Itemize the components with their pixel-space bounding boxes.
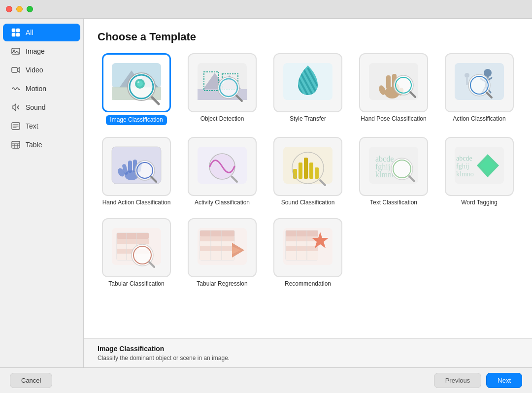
svg-rect-0	[12, 29, 15, 32]
card-icon-tabular-regression	[188, 218, 257, 277]
card-icon-activity-classification	[188, 137, 257, 196]
template-label-text-classification: Text Classification	[370, 199, 417, 207]
sidebar-item-video[interactable]: Video	[3, 61, 80, 79]
svg-rect-81	[299, 163, 302, 179]
card-icon-text-classification: abcde fghij klmno	[359, 137, 428, 196]
image-icon	[11, 46, 21, 56]
sidebar-sound-label: Sound	[26, 103, 45, 111]
template-label-object-detection: Object Detection	[200, 115, 244, 123]
svg-rect-47	[386, 75, 391, 89]
svg-rect-125	[286, 241, 318, 246]
svg-rect-114	[200, 241, 234, 246]
sidebar-all-label: All	[26, 29, 33, 36]
svg-rect-123	[286, 230, 318, 236]
previous-button[interactable]: Previous	[434, 373, 482, 388]
info-title: Image Classification	[98, 345, 518, 353]
card-icon-recommendation	[273, 218, 342, 277]
sidebar-item-motion[interactable]: Motion	[3, 80, 80, 98]
svg-rect-67	[128, 161, 132, 173]
template-style-transfer[interactable]: Style Transfer	[269, 51, 347, 127]
sidebar-item-all[interactable]: All	[3, 24, 80, 41]
template-label-style-transfer: Style Transfer	[290, 115, 326, 123]
card-icon-object-detection	[188, 53, 257, 112]
template-recommendation[interactable]: Recommendation	[269, 216, 347, 290]
svg-rect-101	[117, 239, 149, 244]
template-tabular-classification[interactable]: Tabular Classification	[98, 216, 175, 290]
card-icon-image-classification	[102, 53, 171, 112]
content-area: Choose a Template	[84, 19, 532, 367]
template-text-classification[interactable]: abcde fghij klmno Text Classification	[355, 135, 432, 209]
template-word-tagging[interactable]: abcde fghij klmno Word Tagging	[440, 135, 518, 209]
sound-icon	[11, 102, 21, 112]
svg-point-25	[137, 81, 139, 83]
template-label-image-classification: Image Classification	[106, 115, 166, 125]
template-hand-pose-classification[interactable]: Hand Pose Classification	[355, 51, 432, 127]
svg-rect-3	[16, 33, 20, 36]
svg-rect-100	[117, 233, 149, 239]
svg-rect-6	[12, 67, 17, 72]
sidebar-image-label: Image	[26, 47, 45, 55]
svg-text:klmno: klmno	[456, 170, 474, 178]
svg-rect-11	[12, 141, 20, 148]
template-activity-classification[interactable]: Activity Classification	[183, 135, 261, 209]
title-bar	[0, 0, 532, 19]
cancel-button[interactable]: Cancel	[10, 373, 52, 388]
sidebar-text-label: Text	[26, 122, 38, 130]
sidebar-item-image[interactable]: Image	[3, 42, 80, 60]
main-container: All Image Video	[0, 19, 532, 367]
footer: Cancel Previous Next	[0, 367, 532, 393]
svg-rect-83	[309, 163, 313, 179]
sidebar-item-table[interactable]: Table	[3, 136, 80, 154]
card-icon-hand-pose-classification	[359, 53, 428, 112]
template-label-tabular-classification: Tabular Classification	[108, 280, 164, 288]
template-label-tabular-regression: Tabular Regression	[197, 280, 247, 288]
svg-text:fghij: fghij	[456, 163, 469, 170]
svg-rect-113	[200, 236, 234, 241]
sidebar-video-label: Video	[26, 66, 43, 74]
svg-rect-1	[16, 29, 20, 32]
close-button[interactable]	[6, 6, 12, 12]
card-icon-sound-classification	[273, 137, 342, 196]
maximize-button[interactable]	[27, 6, 33, 12]
page-title: Choose a Template	[98, 31, 518, 43]
card-icon-action-classification	[445, 53, 514, 112]
template-action-classification[interactable]: Action Classification	[440, 51, 518, 127]
template-label-word-tagging: Word Tagging	[461, 199, 498, 207]
card-icon-style-transfer	[273, 53, 342, 112]
table-icon	[11, 140, 21, 150]
sidebar: All Image Video	[0, 19, 84, 367]
template-sound-classification[interactable]: Sound Classification	[269, 135, 347, 209]
card-icon-hand-action-classification	[102, 137, 171, 196]
content-header: Choose a Template	[84, 19, 532, 51]
template-tabular-regression[interactable]: Tabular Regression	[183, 216, 261, 290]
next-button[interactable]: Next	[486, 373, 522, 388]
template-label-activity-classification: Activity Classification	[195, 199, 250, 207]
bottom-info-bar: Image Classification Classify the domina…	[84, 338, 532, 367]
template-label-action-classification: Action Classification	[453, 115, 505, 123]
svg-rect-124	[286, 236, 318, 241]
template-image-classification[interactable]: Image Classification	[98, 51, 175, 127]
grid-icon	[11, 28, 21, 37]
sidebar-table-label: Table	[26, 141, 42, 149]
svg-text:abcde: abcde	[375, 155, 394, 163]
sidebar-motion-label: Motion	[26, 85, 46, 93]
svg-rect-116	[200, 251, 234, 260]
card-icon-tabular-classification	[102, 218, 171, 277]
minimize-button[interactable]	[16, 6, 23, 12]
sidebar-item-sound[interactable]: Sound	[3, 98, 80, 116]
info-description: Classify the dominant object or scene in…	[98, 355, 518, 361]
text-icon	[11, 121, 21, 131]
svg-point-5	[13, 50, 15, 51]
template-object-detection[interactable]: Object Detection	[183, 51, 261, 127]
svg-text:abcde: abcde	[456, 155, 472, 162]
template-label-hand-pose-classification: Hand Pose Classification	[361, 115, 426, 123]
svg-point-59	[465, 73, 469, 78]
video-icon	[11, 65, 21, 75]
svg-rect-84	[315, 167, 319, 179]
footer-right-buttons: Previous Next	[434, 373, 522, 388]
svg-rect-127	[286, 251, 318, 260]
sidebar-item-text[interactable]: Text	[3, 117, 80, 135]
template-hand-action-classification[interactable]: Hand Action Classification	[98, 135, 175, 209]
svg-rect-126	[286, 246, 318, 251]
svg-rect-2	[12, 33, 15, 36]
